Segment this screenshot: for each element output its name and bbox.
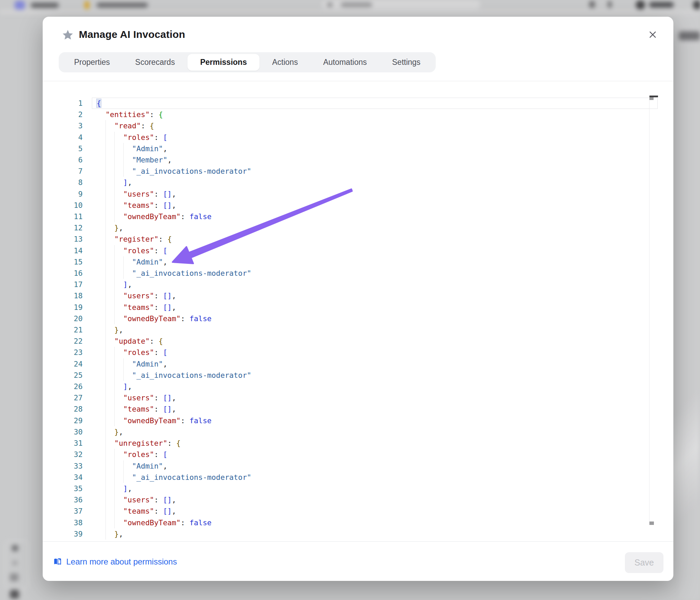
learn-more-label: Learn more about permissions [66, 557, 177, 567]
code-line[interactable]: 11 "ownedByTeam": false [43, 211, 658, 222]
indent-guide [114, 358, 115, 370]
code-line[interactable]: 32 "roles": [ [43, 449, 658, 460]
code-line[interactable]: 27 "users": [], [43, 392, 658, 403]
indent-guide [114, 154, 115, 166]
topbar-icon-blob [589, 1, 595, 8]
line-number: 3 [43, 120, 83, 131]
tab-actions[interactable]: Actions [260, 54, 310, 71]
code-line[interactable]: 13 "register": { [43, 233, 658, 245]
indent-guide [106, 347, 106, 358]
scrollbar-thumb-gray[interactable] [649, 97, 654, 100]
indent-guide [114, 132, 115, 143]
tab-settings[interactable]: Settings [379, 54, 433, 71]
code-line[interactable]: 17 ], [43, 279, 658, 290]
tab-automations[interactable]: Automations [310, 54, 379, 71]
line-number: 15 [43, 256, 83, 268]
indent-guide [114, 188, 115, 200]
edge-avatar-blob [693, 0, 700, 10]
code-line[interactable]: 16 "_ai_invocations-moderator" [43, 268, 658, 279]
code-line[interactable]: 36 "users": [], [43, 494, 658, 505]
indent-guide [106, 256, 106, 268]
code-line[interactable]: 18 "users": [], [43, 290, 658, 301]
code-line[interactable]: 10 "teams": [], [43, 200, 658, 211]
code-line[interactable]: 8 ], [43, 177, 658, 188]
code-line[interactable]: 39 }, [43, 528, 658, 540]
line-number: 34 [43, 472, 83, 483]
code-line[interactable]: 6 "Member", [43, 154, 658, 166]
sidebar-icon-blob [12, 545, 18, 552]
line-number: 28 [43, 403, 83, 415]
code-line[interactable]: 33 "Admin", [43, 460, 658, 472]
line-number: 16 [43, 268, 83, 279]
editor-scrollbar-track[interactable] [649, 96, 658, 525]
line-number: 2 [43, 109, 83, 120]
code-line[interactable]: 38 "ownedByTeam": false [43, 517, 658, 528]
indent-guide [106, 245, 106, 256]
topbar-icon-blob-2 [608, 1, 612, 8]
line-number: 31 [43, 438, 83, 449]
line-number: 35 [43, 483, 83, 494]
permissions-json-editor[interactable]: 1{2 "entities": {3 "read": {4 "roles": [… [43, 98, 658, 540]
code-line[interactable]: 21 }, [43, 324, 658, 335]
header-divider [43, 81, 673, 81]
indent-guide [106, 132, 106, 143]
line-number: 24 [43, 358, 83, 370]
line-number: 18 [43, 290, 83, 301]
sidebar-icon-blob-3 [10, 573, 18, 581]
tab-scorecards[interactable]: Scorecards [123, 54, 187, 71]
line-number: 13 [43, 233, 83, 245]
indent-guide [106, 483, 106, 494]
code-line[interactable]: 20 "ownedByTeam": false [43, 313, 658, 324]
indent-guide [106, 358, 106, 370]
indent-guide [114, 494, 115, 505]
code-line[interactable]: 29 "ownedByTeam": false [43, 415, 658, 426]
code-line[interactable]: 34 "_ai_invocations-moderator" [43, 472, 658, 483]
line-number: 22 [43, 335, 83, 347]
code-line[interactable]: 12 }, [43, 222, 658, 233]
learn-more-link[interactable]: Learn more about permissions [53, 557, 177, 567]
code-line[interactable]: 23 "roles": [ [43, 347, 658, 358]
indent-guide [106, 381, 106, 392]
code-line[interactable]: 35 ], [43, 483, 658, 494]
close-icon [648, 30, 657, 39]
indent-guide [106, 200, 106, 211]
line-number: 12 [43, 222, 83, 233]
code-line[interactable]: 30 }, [43, 426, 658, 438]
code-line[interactable]: 37 "teams": [], [43, 505, 658, 517]
indent-guide [106, 233, 106, 245]
indent-guide [106, 370, 106, 381]
line-number: 9 [43, 188, 83, 200]
code-line[interactable]: 3 "read": { [43, 120, 658, 131]
app-label-blob-2 [97, 3, 148, 8]
tab-properties[interactable]: Properties [61, 54, 123, 71]
indent-guide [114, 517, 115, 528]
tab-permissions[interactable]: Permissions [187, 54, 260, 71]
code-line[interactable]: 7 "_ai_invocations-moderator" [43, 166, 658, 177]
code-line[interactable]: 5 "Admin", [43, 143, 658, 154]
code-line[interactable]: 24 "Admin", [43, 358, 658, 370]
line-number: 23 [43, 347, 83, 358]
indent-guide [106, 177, 106, 188]
code-line[interactable]: 15 "Admin", [43, 256, 658, 268]
scrollbar-thumb-bottom[interactable] [649, 522, 654, 525]
indent-guide [114, 483, 115, 494]
footer-divider [43, 541, 673, 542]
line-number: 30 [43, 426, 83, 438]
code-line[interactable]: 19 "teams": [], [43, 302, 658, 313]
code-line[interactable]: 14 "roles": [ [43, 245, 658, 256]
indent-guide [106, 222, 106, 233]
indent-guide [106, 154, 106, 166]
indent-guide [114, 166, 115, 177]
close-button[interactable] [645, 27, 660, 42]
code-line[interactable]: 25 "_ai_invocations-moderator" [43, 370, 658, 381]
code-line[interactable]: 31 "unregister": { [43, 438, 658, 449]
code-line[interactable]: 2 "entities": { [43, 109, 658, 120]
indent-guide [123, 166, 124, 177]
code-line[interactable]: 9 "users": [], [43, 188, 658, 200]
code-line[interactable]: 4 "roles": [ [43, 132, 658, 143]
code-line[interactable]: 28 "teams": [], [43, 403, 658, 415]
code-line[interactable]: 22 "update": { [43, 335, 658, 347]
code-line[interactable]: 26 ], [43, 381, 658, 392]
save-button[interactable]: Save [625, 552, 663, 573]
code-line[interactable]: 1{ [43, 98, 658, 109]
